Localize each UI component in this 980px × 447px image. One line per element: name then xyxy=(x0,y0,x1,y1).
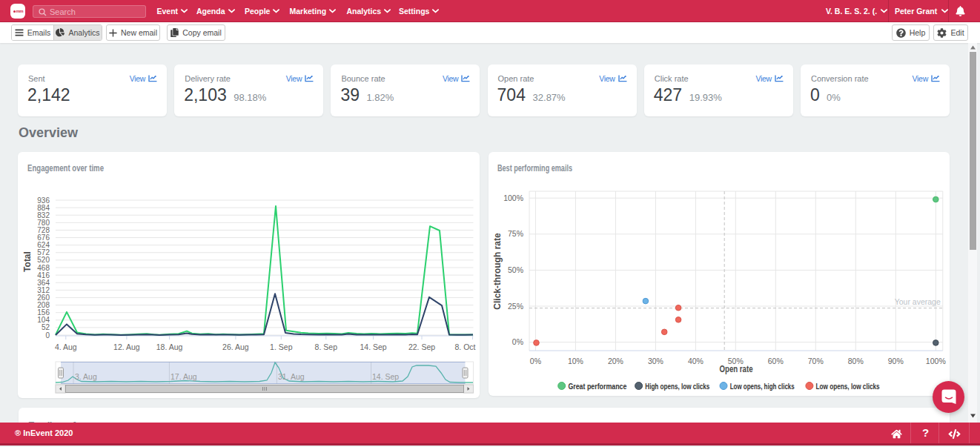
svg-text:18. Aug: 18. Aug xyxy=(156,342,183,351)
svg-text:Engagement over time: Engagement over time xyxy=(27,162,104,173)
svg-text:Your average: Your average xyxy=(895,297,941,306)
svg-text:10%: 10% xyxy=(568,357,583,365)
svg-text:Best performing emails: Best performing emails xyxy=(497,162,572,173)
svg-text:Total: Total xyxy=(22,251,33,272)
svg-text:26. Aug: 26. Aug xyxy=(222,342,249,351)
svg-text:High opens, low clicks: High opens, low clicks xyxy=(645,383,709,391)
svg-text:100%: 100% xyxy=(503,193,523,202)
svg-text:0%: 0% xyxy=(530,357,541,365)
svg-text:17. Aug: 17. Aug xyxy=(170,372,197,381)
svg-text:Open rate: Open rate xyxy=(720,364,753,374)
svg-text:40%: 40% xyxy=(688,357,703,365)
svg-text:8. Oct: 8. Oct xyxy=(454,342,475,351)
svg-text:70%: 70% xyxy=(808,357,824,365)
svg-text:3. Aug: 3. Aug xyxy=(75,372,97,381)
svg-text:100%: 100% xyxy=(926,357,946,365)
svg-text:25%: 25% xyxy=(508,302,523,311)
svg-text:50%: 50% xyxy=(508,265,523,274)
svg-text:4. Aug: 4. Aug xyxy=(55,342,77,351)
svg-text:8. Sep: 8. Sep xyxy=(315,342,338,351)
svg-text:75%: 75% xyxy=(508,229,523,238)
svg-text:14. Sep: 14. Sep xyxy=(360,342,386,351)
svg-text:Great performance: Great performance xyxy=(568,383,626,391)
svg-text:22. Sep: 22. Sep xyxy=(408,342,435,351)
svg-text:80%: 80% xyxy=(848,357,864,365)
svg-text:60%: 60% xyxy=(768,357,784,365)
svg-text:12. Aug: 12. Aug xyxy=(113,342,140,351)
svg-text:0%: 0% xyxy=(512,337,523,346)
svg-text:1. Sep: 1. Sep xyxy=(270,342,293,351)
svg-text:30%: 30% xyxy=(648,357,663,365)
svg-text:Click-through rate: Click-through rate xyxy=(492,233,503,310)
svg-text:Low opens, low clicks: Low opens, low clicks xyxy=(816,383,880,391)
svg-text:20%: 20% xyxy=(608,357,623,365)
svg-text:14. Sep: 14. Sep xyxy=(372,372,399,381)
svg-text:Low opens, high clicks: Low opens, high clicks xyxy=(730,383,795,391)
svg-text:90%: 90% xyxy=(888,357,904,365)
svg-text:0: 0 xyxy=(45,331,50,340)
svg-text:31. Aug: 31. Aug xyxy=(278,372,305,381)
